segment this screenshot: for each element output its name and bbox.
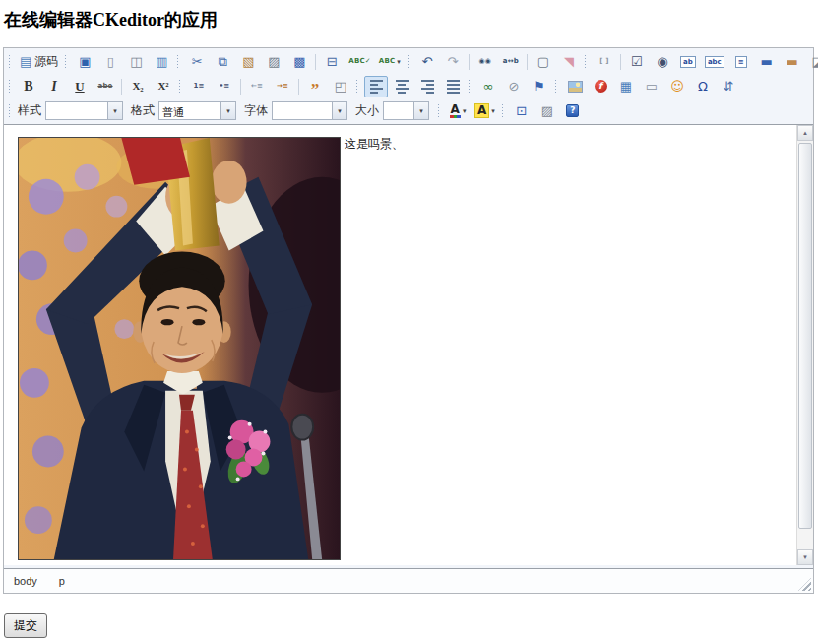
cut-button[interactable]: ✂: [185, 51, 209, 73]
flash-button[interactable]: f: [589, 76, 612, 97]
paste-text-button[interactable]: ▨: [262, 51, 285, 73]
templates-button[interactable]: ▥: [150, 51, 173, 73]
textarea-button[interactable]: abc: [702, 51, 727, 73]
align-left-button[interactable]: [364, 76, 388, 97]
replace-button[interactable]: a↔b: [499, 51, 523, 73]
toolbar-grip-icon: [8, 79, 12, 95]
toolbar-separator: [469, 54, 470, 70]
size-combo-value: [384, 102, 413, 119]
image-button[interactable]: [563, 76, 587, 97]
select-all-icon: ▢: [537, 54, 549, 69]
numbered-list-icon: 1≡: [193, 79, 204, 94]
font-combo[interactable]: ▾: [272, 101, 347, 120]
select-field-icon: ≡: [735, 56, 747, 68]
subscript-button[interactable]: X₂: [126, 76, 150, 97]
print-icon: ⊟: [327, 54, 338, 69]
paste-button[interactable]: ▧: [236, 51, 260, 73]
size-combo-arrow-icon[interactable]: ▾: [413, 102, 428, 119]
toolbar-separator: [240, 79, 241, 95]
horizontal-rule-button[interactable]: ▭: [640, 76, 663, 97]
form-button-button[interactable]: ▬: [755, 51, 779, 73]
select-all-button[interactable]: ▢: [532, 51, 555, 73]
blockquote-button[interactable]: ”: [303, 76, 327, 97]
format-combo[interactable]: 普通▾: [158, 101, 236, 120]
align-right-button[interactable]: [415, 76, 439, 97]
bulleted-list-button[interactable]: •≡: [213, 76, 236, 97]
submit-button[interactable]: 提交: [4, 613, 47, 638]
new-page-button[interactable]: ▯: [98, 51, 122, 73]
redo-button[interactable]: ↷: [441, 51, 465, 73]
page-break-button[interactable]: ⇵: [717, 76, 740, 97]
underline-button[interactable]: U: [68, 76, 92, 97]
strike-button[interactable]: abe: [94, 76, 117, 97]
special-char-button[interactable]: Ω: [691, 76, 715, 97]
unlink-button[interactable]: ⊘: [502, 76, 526, 97]
form-icon: [ ]: [599, 54, 608, 69]
create-div-button[interactable]: ◰: [329, 76, 352, 97]
spell-check-auto-dropdown-arrow-icon[interactable]: ▾: [397, 58, 401, 66]
status-path-item[interactable]: p: [59, 575, 65, 587]
link-button[interactable]: ∞: [476, 76, 500, 97]
paste-word-button[interactable]: ▩: [287, 51, 311, 73]
image-button-button[interactable]: ▬: [781, 51, 804, 73]
vertical-scrollbar[interactable]: ▲ ▼: [796, 125, 813, 565]
size-combo[interactable]: ▾: [383, 101, 429, 120]
align-justify-button[interactable]: [441, 76, 465, 97]
radio-button[interactable]: ◉: [651, 51, 674, 73]
outdent-button[interactable]: ←≡: [245, 76, 269, 97]
status-path-item[interactable]: body: [14, 575, 37, 587]
print-button[interactable]: ⊟: [320, 51, 344, 73]
form-button[interactable]: [ ]: [593, 51, 616, 73]
preview-button[interactable]: ◫: [124, 51, 148, 73]
align-right-icon: [421, 80, 434, 94]
spell-check-button[interactable]: ABC✓: [346, 51, 374, 73]
toolbar-separator: [298, 79, 299, 95]
scrollbar-thumb[interactable]: [798, 143, 812, 529]
remove-format-button[interactable]: ◥: [557, 51, 581, 73]
scrollbar-down-button[interactable]: ▼: [797, 549, 813, 565]
text-color-button[interactable]: A▾: [446, 100, 470, 122]
new-page-icon: ▯: [107, 54, 114, 69]
preview-icon: ◫: [130, 54, 142, 69]
content-image[interactable]: [18, 137, 341, 560]
hidden-field-button[interactable]: ◪: [806, 51, 818, 73]
format-combo-arrow-icon[interactable]: ▾: [220, 102, 235, 119]
toolbar-separator: [620, 54, 621, 70]
align-center-button[interactable]: [390, 76, 413, 97]
show-blocks-button[interactable]: ▨: [535, 100, 559, 122]
checkbox-button[interactable]: ☑: [625, 51, 649, 73]
table-button[interactable]: ▦: [614, 76, 638, 97]
editor-editable-area[interactable]: 这是吗景、: [4, 125, 796, 565]
indent-button[interactable]: →≡: [271, 76, 294, 97]
image-icon: [568, 81, 583, 93]
font-combo-arrow-icon[interactable]: ▾: [332, 102, 346, 119]
toolbar-grip-icon: [584, 54, 588, 70]
select-field-button[interactable]: ≡: [729, 51, 753, 73]
source-button[interactable]: ▤源码: [17, 51, 61, 73]
style-combo[interactable]: ▾: [45, 101, 123, 120]
superscript-button[interactable]: X²: [152, 76, 175, 97]
numbered-list-button[interactable]: 1≡: [187, 76, 211, 97]
maximize-button[interactable]: ⊡: [510, 100, 534, 122]
undo-button[interactable]: ↶: [415, 51, 439, 73]
italic-button[interactable]: I: [42, 76, 66, 97]
bg-color-button[interactable]: A▾: [472, 100, 498, 122]
find-button[interactable]: ◉◉: [473, 51, 497, 73]
hidden-field-icon: ◪: [812, 54, 818, 69]
style-combo-arrow-icon[interactable]: ▾: [107, 102, 122, 119]
text-field-button[interactable]: ab: [676, 51, 700, 73]
smiley-icon: ☺: [670, 79, 684, 94]
bold-button[interactable]: B: [17, 76, 40, 97]
about-icon: ?: [566, 104, 579, 117]
scrollbar-up-button[interactable]: ▲: [797, 125, 813, 141]
smiley-button[interactable]: ☺: [665, 76, 689, 97]
text-color-dropdown-arrow-icon[interactable]: ▾: [463, 107, 467, 115]
spell-check-auto-button[interactable]: ABC▾: [376, 51, 404, 73]
resize-handle-icon[interactable]: [798, 578, 811, 591]
anchor-button[interactable]: ⚑: [528, 76, 551, 97]
about-button[interactable]: ?: [561, 100, 585, 122]
bg-color-dropdown-arrow-icon[interactable]: ▾: [491, 107, 495, 115]
copy-button[interactable]: ⧉: [211, 51, 234, 73]
save-button[interactable]: ▣: [73, 51, 96, 73]
scrollbar-track[interactable]: [797, 529, 813, 549]
